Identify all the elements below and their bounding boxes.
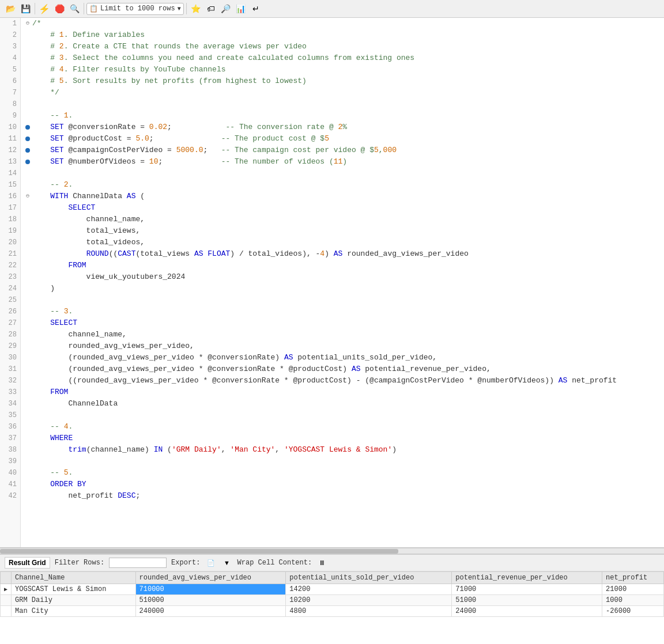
code-line-17: SELECT — [23, 202, 664, 214]
code-line-30: (rounded_avg_views_per_video * @conversi… — [23, 352, 664, 363]
col-header-net-profit[interactable]: net_profit — [602, 572, 664, 584]
line-number-1: 1 — [0, 18, 20, 29]
lightning-btn[interactable]: ⚡ — [37, 2, 51, 16]
save-btn[interactable]: 💾 — [18, 2, 32, 16]
gutter-11[interactable] — [23, 137, 32, 141]
line-number-19: 19 — [0, 225, 20, 237]
dot-marker-11[interactable] — [25, 137, 30, 141]
code-text-40: -- 5. — [32, 467, 73, 479]
code-editor[interactable]: 1234567891011121314151617181920212223242… — [0, 18, 664, 548]
code-text-26: -- 3. — [32, 306, 73, 317]
line-number-2: 2 — [0, 29, 20, 41]
col-header-potential-revenue-per-video[interactable]: potential_revenue_per_video — [452, 572, 602, 584]
table-cell[interactable]: 240000 — [135, 606, 286, 617]
table-cell[interactable]: 51000 — [452, 595, 602, 606]
table-cell[interactable]: 510000 — [135, 595, 286, 606]
line-number-11: 11 — [0, 133, 20, 145]
code-line-23: view_uk_youtubers_2024 — [23, 271, 664, 283]
table-cell[interactable]: 71000 — [452, 584, 602, 595]
table-cell[interactable]: GRM Daily — [12, 595, 136, 606]
code-line-35 — [23, 410, 664, 421]
result-grid-tab[interactable]: Result Grid — [5, 557, 50, 569]
table-cell[interactable]: 24000 — [452, 606, 602, 617]
gutter-12[interactable] — [23, 148, 32, 153]
dot-marker-12[interactable] — [25, 148, 30, 153]
dot-marker-13[interactable] — [25, 160, 30, 164]
table-row[interactable]: GRM Daily51000010200510001000 — [1, 595, 664, 606]
wrap-cell-label: Wrap Cell Content: — [237, 559, 312, 567]
line-number-8: 8 — [0, 99, 20, 110]
code-line-33: FROM — [23, 387, 664, 398]
scrollbar-thumb[interactable] — [0, 549, 398, 554]
code-area[interactable]: ⊖/* # 1. Define variables # 2. Create a … — [21, 18, 664, 547]
code-line-42: net_profit DESC; — [23, 490, 664, 502]
code-text-16: WITH ChannelData AS ( — [32, 191, 145, 202]
gutter-1[interactable]: ⊖ — [23, 18, 32, 29]
table-cell[interactable]: Man City — [12, 606, 136, 617]
code-line-41: ORDER BY — [23, 479, 664, 490]
code-line-14 — [23, 168, 664, 179]
code-line-29: rounded_avg_views_per_video, — [23, 340, 664, 352]
code-text-29: rounded_avg_views_per_video, — [32, 340, 194, 352]
code-text-23: view_uk_youtubers_2024 — [32, 271, 185, 283]
table-cell[interactable]: 14200 — [286, 584, 452, 595]
tag-btn[interactable]: 🏷 — [204, 2, 218, 16]
code-line-13: SET @numberOfVideos = 10; -- The number … — [23, 156, 664, 168]
table-cell[interactable]: 4800 — [286, 606, 452, 617]
result-scroll-area[interactable]: Channel_Namerounded_avg_views_per_videop… — [0, 571, 664, 617]
open-file-btn[interactable]: 📂 — [3, 2, 17, 16]
gutter-10[interactable] — [23, 125, 32, 130]
fold-icon-16[interactable]: ⊖ — [26, 191, 29, 202]
fold-icon-1[interactable]: ⊖ — [26, 18, 29, 29]
line-number-13: 13 — [0, 156, 20, 168]
table-cell[interactable]: YOGSCAST Lewis & Simon — [12, 584, 136, 595]
explain-btn[interactable]: 🔍 — [67, 2, 81, 16]
wrap-cell-btn[interactable]: Ⅲ — [316, 557, 328, 569]
code-line-20: total_videos, — [23, 237, 664, 248]
schema-btn[interactable]: 📊 — [234, 2, 248, 16]
code-text-21: ROUND((CAST(total_views AS FLOAT) / tota… — [32, 248, 469, 260]
export-csv-btn[interactable]: 📄 — [205, 557, 217, 569]
col-header-rounded-avg-views-per-video[interactable]: rounded_avg_views_per_video — [135, 572, 286, 584]
table-cell[interactable]: -26000 — [602, 606, 664, 617]
line-number-7: 7 — [0, 87, 20, 99]
table-cell[interactable]: 10200 — [286, 595, 452, 606]
code-text-37: WHERE — [32, 433, 73, 444]
wordwrap-btn[interactable]: ↵ — [249, 2, 263, 16]
col-header-channel-name[interactable]: Channel_Name — [12, 572, 136, 584]
gutter-16[interactable]: ⊖ — [23, 191, 32, 202]
code-line-10: SET @conversionRate = 0.02; -- The conve… — [23, 122, 664, 133]
gutter-13[interactable] — [23, 160, 32, 164]
code-line-27: SELECT — [23, 317, 664, 329]
export-label: Export: — [171, 559, 200, 567]
line-number-14: 14 — [0, 168, 20, 179]
dot-marker-10[interactable] — [25, 125, 30, 130]
line-number-29: 29 — [0, 340, 20, 352]
code-text-42: net_profit DESC; — [32, 490, 140, 502]
code-line-12: SET @campaignCostPerVideo = 5000.0; -- T… — [23, 145, 664, 156]
search-btn[interactable]: 🔎 — [219, 2, 233, 16]
table-cell[interactable]: 21000 — [602, 584, 664, 595]
limit-rows-control[interactable]: 📋 Limit to 1000 rows ▼ — [86, 3, 184, 15]
code-text-4: # 3. Select the columns you need and cre… — [32, 52, 414, 64]
code-text-31: (rounded_avg_views_per_video * @conversi… — [32, 363, 491, 375]
filter-rows-input[interactable] — [109, 558, 167, 568]
code-line-28: channel_name, — [23, 329, 664, 340]
table-row[interactable]: ▶YOGSCAST Lewis & Simon71000014200710002… — [1, 584, 664, 595]
line-number-39: 39 — [0, 456, 20, 467]
table-row[interactable]: Man City240000480024000-26000 — [1, 606, 664, 617]
line-number-3: 3 — [0, 41, 20, 52]
table-cell[interactable]: 1000 — [602, 595, 664, 606]
code-text-30: (rounded_avg_views_per_video * @conversi… — [32, 352, 437, 363]
line-number-31: 31 — [0, 363, 20, 375]
stop-btn[interactable]: 🛑 — [52, 2, 66, 16]
line-number-24: 24 — [0, 283, 20, 294]
table-cell[interactable]: 710000 — [135, 584, 286, 595]
star-btn[interactable]: ⭐ — [189, 2, 203, 16]
code-text-3: # 2. Create a CTE that rounds the averag… — [32, 41, 307, 52]
col-header-indicator — [1, 572, 12, 584]
code-text-34: ChannelData — [32, 398, 118, 410]
col-header-potential-units-sold-per-video[interactable]: potential_units_sold_per_video — [286, 572, 452, 584]
export-options-btn[interactable]: ▼ — [221, 557, 233, 569]
editor-scrollbar[interactable] — [0, 548, 664, 554]
